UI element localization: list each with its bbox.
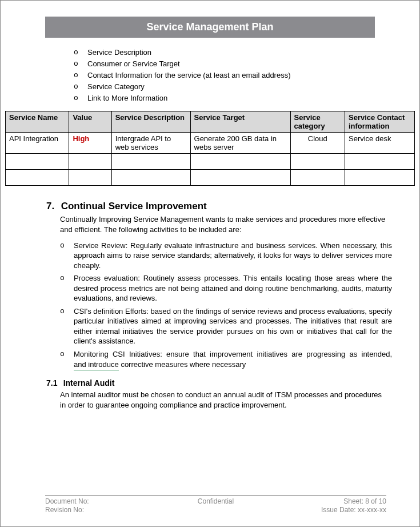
- footer-rev-no: Revision No:: [45, 506, 159, 515]
- underlined-text: and introduce: [74, 360, 119, 371]
- footer-sheet: Sheet: 8 of 10: [273, 497, 386, 506]
- bullet-suffix: corrective measures where necessary: [119, 360, 246, 369]
- list-item: Service Category: [74, 82, 415, 92]
- page-title-bar: Service Management Plan: [45, 17, 375, 38]
- page-footer: Document No: Confidential Sheet: 8 of 10…: [45, 495, 386, 515]
- section-number: 7.: [46, 201, 59, 212]
- section-7-intro: Continually Improving Service Management…: [60, 214, 386, 234]
- section-title: Continual Service Improvement: [61, 201, 207, 211]
- list-item: Process evaluation: Routinely assess pro…: [60, 273, 392, 304]
- col-description: Service Description: [111, 111, 190, 133]
- subsection-title: Internal Audit: [63, 378, 115, 388]
- table-row: API Integration High Intergrade API to w…: [6, 133, 415, 154]
- footer-issue-date: Issue Date: xx-xxx-xx: [273, 506, 386, 515]
- section-7-1-heading: 7.1 Internal Audit: [46, 378, 415, 388]
- section-7-heading: 7. Continual Service Improvement: [5, 201, 415, 212]
- col-target: Service Target: [190, 111, 290, 133]
- footer-confidential: Confidential: [159, 497, 273, 506]
- footer-row-2: Revision No: Issue Date: xx-xxx-xx: [45, 506, 386, 515]
- col-value: Value: [69, 111, 111, 133]
- page-title: Service Management Plan: [146, 21, 273, 33]
- table-header-row: Service Name Value Service Description S…: [6, 111, 415, 133]
- value-high: High: [73, 134, 89, 143]
- section-7-1-body: An internal auditor must be chosen to co…: [60, 390, 386, 410]
- list-item: Monitoring CSI Initiatives: ensure that …: [60, 349, 392, 370]
- list-item: Contact Information for the service (at …: [74, 71, 415, 81]
- footer-spacer: [159, 506, 273, 515]
- top-bullet-list: Service Description Consumer or Service …: [74, 48, 415, 103]
- col-service-name: Service Name: [6, 111, 69, 133]
- list-item: Consumer or Service Target: [74, 59, 415, 69]
- col-contact: Service Contact information: [345, 111, 414, 133]
- subsection-number: 7.1: [46, 378, 61, 388]
- cell-contact: Service desk: [345, 133, 414, 154]
- cell-description: Intergrade API to web services: [111, 133, 190, 154]
- service-table: Service Name Value Service Description S…: [5, 111, 415, 186]
- document-page: Service Management Plan Service Descript…: [1, 1, 419, 410]
- cell-value: High: [69, 133, 111, 154]
- list-item: CSI's definition Efforts: based on the f…: [60, 306, 392, 346]
- table-row-empty: [6, 154, 415, 170]
- list-item: Service Review: Regularly evaluate infra…: [60, 241, 392, 271]
- col-category: Service category: [290, 111, 345, 133]
- list-item: Link to More Information: [74, 94, 415, 103]
- table-row-empty: [6, 170, 415, 186]
- list-item: Service Description: [74, 48, 415, 58]
- cell-service-name: API Integration: [6, 133, 69, 154]
- footer-row-1: Document No: Confidential Sheet: 8 of 10: [45, 497, 386, 506]
- cell-target: Generate 200 GB data in webs server: [190, 133, 290, 154]
- section-7-bullets: Service Review: Regularly evaluate infra…: [60, 241, 392, 371]
- bullet-prefix: Monitoring CSI Initiatives: ensure that …: [74, 350, 392, 358]
- footer-doc-no: Document No:: [45, 497, 159, 506]
- cell-category: Cloud: [290, 133, 345, 154]
